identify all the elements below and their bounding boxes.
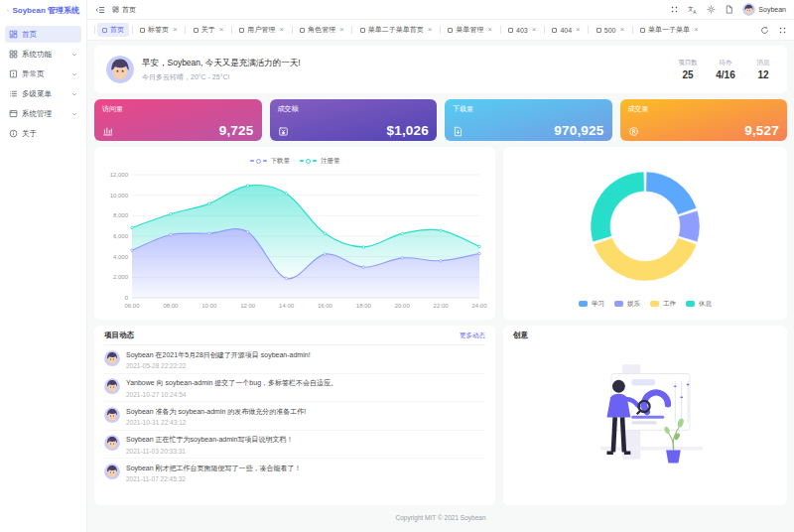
tab-icon: [448, 28, 453, 33]
area-chart: 02,0004,0006,0008,00010,00012,00006:0008…: [102, 169, 487, 314]
avatar: [104, 435, 120, 455]
news-time: 2021-10-27 10:24:54: [126, 391, 337, 398]
download-icon: [453, 126, 463, 137]
tab[interactable]: 500: [592, 24, 629, 36]
chevron-down-icon: [71, 111, 77, 117]
legend-item[interactable]: 下载量: [250, 157, 291, 166]
app-title: Soybean 管理系统: [12, 5, 79, 16]
refresh-icon[interactable]: [760, 26, 769, 35]
legend-label: 娱乐: [627, 300, 640, 309]
tab-label: 首页: [110, 25, 124, 35]
language-icon[interactable]: 文A: [688, 5, 698, 15]
pie-chart-card: 学习娱乐工作休息: [503, 147, 787, 320]
stat-card-value: 9,527: [744, 124, 779, 138]
legend-item[interactable]: 娱乐: [614, 300, 640, 309]
document-icon[interactable]: [725, 5, 733, 14]
stat-label: 项目数: [676, 59, 700, 67]
tab[interactable]: 用户管理: [234, 23, 289, 37]
legend-marker-icon: [306, 159, 311, 164]
stat-card-deals: 成交量 9,527: [620, 99, 788, 141]
more-news-link[interactable]: 更多动态: [460, 332, 485, 340]
stat-card-label: 访问量: [102, 104, 254, 114]
tab-icon: [508, 28, 513, 33]
tab[interactable]: 角色管理: [295, 23, 349, 37]
news-text: Soybean 准备为 soybean-admin 的发布做充分的准备工作!: [126, 407, 306, 417]
stat-item: 项目数 25: [676, 59, 700, 80]
stat-value: 4/16: [714, 69, 737, 80]
sidebar-item-system-functions[interactable]: 系统功能: [5, 46, 81, 63]
tab-close-icon[interactable]: [532, 26, 537, 34]
breadcrumb[interactable]: 首页: [112, 5, 136, 15]
menu-collapse-icon[interactable]: [95, 5, 105, 15]
footer: Copyright MIT © 2021 Soybean: [94, 511, 787, 524]
tab-label: 用户管理: [247, 25, 275, 35]
legend-swatch: [579, 301, 588, 307]
stat-card-visits: 访问量 9,725: [94, 99, 262, 141]
tab-close-icon[interactable]: [173, 26, 178, 34]
stat-card-value: $1,026: [387, 124, 430, 138]
tab[interactable]: 标签页: [135, 23, 183, 37]
registered-icon: [628, 126, 639, 137]
app-logo[interactable]: Soybean 管理系统: [0, 0, 86, 20]
news-item: Soybean 准备为 soybean-admin 的发布做充分的准备工作! 2…: [104, 402, 485, 431]
legend-label: 休息: [699, 300, 712, 309]
stat-card-value: 9,725: [219, 124, 254, 138]
user-menu[interactable]: Soybean: [742, 3, 786, 16]
svg-text:24:00: 24:00: [471, 303, 487, 309]
tab[interactable]: 菜单一子菜单: [635, 23, 704, 37]
legend-swatch: [650, 301, 659, 307]
tab-close-icon[interactable]: [576, 26, 581, 34]
tab-close-icon[interactable]: [619, 26, 624, 34]
legend-item[interactable]: 休息: [686, 300, 712, 309]
news-time: 2021-05-28 22:22:22: [126, 362, 311, 369]
sidebar-item-about[interactable]: 关于: [5, 125, 81, 142]
exception-page-icon: [9, 69, 18, 78]
tab-label: 菜单管理: [456, 25, 483, 35]
tab-close-icon[interactable]: [339, 26, 344, 34]
stat-value: 12: [751, 69, 775, 80]
tab-close-icon[interactable]: [487, 26, 492, 34]
tab[interactable]: 菜单二子菜单首页: [355, 23, 438, 37]
legend-item[interactable]: 学习: [579, 300, 604, 309]
home-icon: [112, 6, 119, 13]
tab-close-icon[interactable]: [279, 26, 284, 34]
tab-close-icon[interactable]: [694, 26, 699, 34]
avatar: [104, 350, 120, 370]
charts-row: 下载量注册量 02,0004,0006,0008,00010,00012,000…: [94, 147, 787, 320]
sidebar-item-exception-pages[interactable]: 异常页: [5, 66, 81, 82]
tab-expand-icon[interactable]: [778, 26, 787, 35]
sidebar-item-label: 关于: [22, 129, 37, 139]
sidebar-item-label: 异常页: [22, 69, 45, 79]
tab[interactable]: 403: [503, 24, 541, 36]
tab[interactable]: 菜单管理: [443, 23, 497, 37]
chevron-down-icon: [71, 91, 77, 97]
tab-close-icon[interactable]: [219, 26, 224, 34]
info-icon: [9, 129, 18, 138]
tab[interactable]: 404: [547, 24, 585, 36]
tab-close-icon[interactable]: [428, 26, 433, 34]
svg-text:20:00: 20:00: [395, 303, 411, 309]
tab-icon: [300, 28, 305, 33]
sidebar-item-home[interactable]: 首页: [5, 26, 81, 43]
pie-chart-legend: 学习娱乐工作休息: [579, 296, 712, 312]
legend-swatch: [686, 301, 695, 307]
tab[interactable]: 关于: [189, 23, 229, 37]
legend-item[interactable]: 工作: [650, 300, 676, 309]
theme-sun-icon[interactable]: [707, 5, 716, 14]
tab[interactable]: 首页: [97, 23, 129, 37]
sidebar-item-multi-level-menu[interactable]: 多级菜单: [5, 85, 81, 102]
svg-text:16:00: 16:00: [318, 303, 333, 309]
legend-label: 下载量: [271, 157, 291, 166]
svg-text:12,000: 12,000: [110, 172, 129, 178]
page-content: 早安，Soybean, 今天又是充满活力的一天! 今日多云转晴，20°C - 2…: [87, 41, 794, 532]
dashboard-icon: [9, 30, 18, 39]
creative-illustration: [568, 357, 723, 488]
svg-text:18:00: 18:00: [356, 303, 372, 309]
fullscreen-icon[interactable]: [670, 5, 679, 14]
sidebar-item-system-management[interactable]: 系统管理: [5, 105, 81, 122]
greeting-card: 早安，Soybean, 今天又是充满活力的一天! 今日多云转晴，20°C - 2…: [94, 46, 787, 93]
legend-item[interactable]: 注册量: [300, 157, 340, 166]
tabs: 首页 标签页 关于 用户管理: [94, 23, 752, 37]
stat-item: 待办 4/16: [714, 59, 737, 80]
bottom-row: 项目动态 更多动态 Soybean 在2021年5月28日创建了开源项目 soy…: [94, 326, 787, 505]
